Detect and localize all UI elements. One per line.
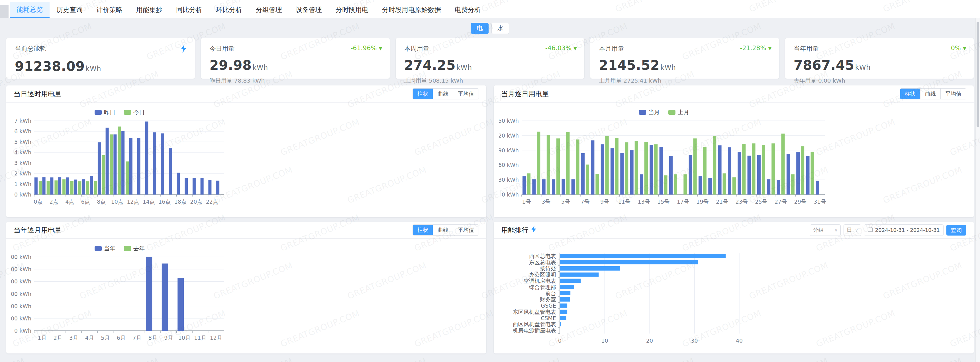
svg-text:0 kWh: 0 kWh: [14, 191, 31, 198]
calendar-icon: [868, 227, 873, 233]
stat-card-unit: kWh: [252, 64, 268, 71]
monthly-bar-chart: 0 kWh500 kWh1000 kWh1500 kWh2000 kWh2500…: [11, 254, 228, 344]
chart-legend: 当年去年: [11, 243, 228, 254]
period-select[interactable]: 日 ∨: [843, 224, 861, 236]
tab-同比分析[interactable]: 同比分析: [169, 2, 209, 17]
tab-分时段用电[interactable]: 分时段用电: [329, 2, 375, 17]
energy-dashboard-page: 能耗总览历史查询计价策略用能集抄同比分析环比分析分组管理设备管理分时段用电分时段…: [0, 0, 980, 362]
tab-分时段用电原始数据[interactable]: 分时段用电原始数据: [375, 2, 448, 17]
view-button-曲线[interactable]: 曲线: [433, 225, 453, 235]
svg-text:10: 10: [601, 338, 608, 344]
svg-text:18点: 18点: [174, 198, 186, 205]
tab-电费分析[interactable]: 电费分析: [448, 2, 488, 17]
date-range-value: 2024-10-31 - 2024-10-31: [875, 227, 940, 233]
view-button-平均值[interactable]: 平均值: [453, 225, 479, 235]
tab-分组管理[interactable]: 分组管理: [249, 2, 289, 17]
stat-cards-row: 当前总能耗91238.09kWh今日用量-61.96% ▼29.98kWh昨日用…: [6, 38, 974, 79]
tab-历史查询[interactable]: 历史查询: [49, 2, 89, 17]
svg-text:2月: 2月: [54, 335, 62, 341]
search-button[interactable]: 查询: [947, 225, 966, 235]
svg-text:东区总电表: 东区总电表: [529, 259, 556, 265]
ranking-controls: 分组 ∨ 日 ∨ 2024-10-31 - 2024-10-31 查询: [810, 224, 966, 236]
chart-body: 昨日今日 0 kWh1 kWh2 kWh3 kWh4 kWh5 kWh6 kWh…: [6, 103, 486, 209]
charts-row-1: 当日逐时用电量 柱状曲线平均值 昨日今日 0 kWh1 kWh2 kWh3 kW…: [6, 86, 974, 217]
legend-label: 昨日: [104, 108, 115, 116]
view-button-曲线[interactable]: 曲线: [920, 89, 940, 99]
svg-text:1500 kWh: 1500 kWh: [11, 291, 31, 297]
svg-text:40: 40: [736, 338, 743, 344]
svg-text:22点: 22点: [206, 198, 218, 205]
svg-text:6 kWh: 6 kWh: [14, 128, 31, 135]
svg-text:8月: 8月: [148, 335, 157, 341]
svg-text:30 kWh: 30 kWh: [499, 176, 519, 183]
legend-label: 当年: [104, 245, 115, 252]
legend-label: 当月: [648, 108, 660, 116]
group-select-value: 分组: [813, 226, 824, 234]
chart-body: 当月上月 0 kWh30 kWh60 kWh90 kWh120 kWh150 k…: [494, 103, 974, 209]
legend-item-当月[interactable]: 当月: [639, 108, 660, 116]
svg-text:西区风机盘管电表: 西区风机盘管电表: [513, 321, 556, 327]
svg-text:空调机房电表: 空调机房电表: [523, 278, 556, 284]
legend-swatch: [124, 110, 131, 115]
svg-text:西区总电表: 西区总电表: [529, 253, 556, 259]
svg-text:150 kWh: 150 kWh: [499, 118, 519, 124]
charts-row-2: 当年逐月用电量 柱状曲线平均值 当年去年 0 kWh500 kWh1000 kW…: [6, 222, 974, 354]
stat-card-unit: kWh: [457, 64, 472, 71]
legend-item-上月[interactable]: 上月: [668, 108, 689, 116]
svg-text:12点: 12点: [127, 198, 139, 205]
legend-item-今日[interactable]: 今日: [124, 108, 145, 116]
legend-item-当年[interactable]: 当年: [95, 245, 115, 252]
date-range-picker[interactable]: 2024-10-31 - 2024-10-31: [864, 224, 943, 236]
svg-text:6月: 6月: [117, 335, 126, 341]
chart-header: 用能排行 分组 ∨ 日 ∨: [494, 222, 974, 239]
legend-item-昨日[interactable]: 昨日: [95, 108, 115, 116]
svg-text:前台: 前台: [545, 290, 556, 297]
view-button-平均值[interactable]: 平均值: [453, 89, 479, 99]
svg-text:9号: 9号: [600, 198, 609, 205]
view-button-曲线[interactable]: 曲线: [433, 89, 453, 99]
svg-text:90 kWh: 90 kWh: [499, 147, 519, 154]
chart-header: 当日逐时用电量 柱状曲线平均值: [6, 86, 486, 103]
legend-swatch: [95, 110, 102, 115]
view-button-柱状[interactable]: 柱状: [413, 225, 433, 235]
stat-card-title: 本月用量: [599, 44, 624, 53]
tab-计价策略[interactable]: 计价策略: [89, 2, 129, 17]
group-select[interactable]: 分组 ∨: [810, 224, 841, 236]
svg-text:CSME: CSME: [541, 315, 556, 321]
ranking-bar-chart: 西区总电表东区总电表接待处办公区照明空调机房电表综合管理部前台财务室GSGE东区…: [499, 250, 744, 346]
svg-text:16点: 16点: [158, 198, 171, 205]
stat-card-subtext: 去年用量 0.00 kWh: [794, 77, 966, 84]
legend-swatch: [639, 110, 646, 115]
tab-环比分析[interactable]: 环比分析: [209, 2, 249, 17]
svg-text:1号: 1号: [522, 198, 531, 205]
view-button-平均值[interactable]: 平均值: [940, 89, 966, 99]
scrollbar-thumb[interactable]: [977, 22, 979, 127]
stat-card: 本月用量-21.28% ▼2145.52kWh上月用量 2725.41 kWh: [590, 38, 779, 79]
toggle-电[interactable]: 电: [471, 23, 488, 34]
svg-text:3号: 3号: [542, 198, 550, 205]
stat-card-value: 2145.52kWh: [599, 57, 772, 73]
chart-title: 当年逐月用电量: [14, 225, 62, 235]
svg-text:8点: 8点: [97, 198, 106, 205]
tab-能耗总览[interactable]: 能耗总览: [10, 2, 49, 17]
view-button-柱状[interactable]: 柱状: [900, 89, 920, 99]
svg-text:4点: 4点: [65, 198, 74, 205]
toggle-水[interactable]: 水: [492, 23, 509, 34]
delta-badge: -21.28% ▼: [740, 44, 772, 52]
view-button-柱状[interactable]: 柱状: [413, 89, 433, 99]
stat-card-unit: kWh: [660, 64, 676, 71]
svg-text:500 kWh: 500 kWh: [11, 315, 31, 322]
svg-text:2点: 2点: [49, 198, 59, 205]
svg-text:120 kWh: 120 kWh: [499, 132, 519, 139]
svg-text:3月: 3月: [69, 335, 78, 341]
svg-text:4月: 4月: [85, 335, 94, 341]
legend-item-去年[interactable]: 去年: [124, 245, 145, 252]
tab-设备管理[interactable]: 设备管理: [289, 2, 329, 17]
chart-title: 当月逐日用电量: [501, 89, 549, 98]
daily-bar-chart: 0 kWh30 kWh60 kWh90 kWh120 kWh150 kWh1号3…: [499, 118, 829, 208]
svg-text:11号: 11号: [618, 198, 630, 205]
svg-text:10点: 10点: [111, 198, 123, 205]
tab-用能集抄[interactable]: 用能集抄: [129, 2, 169, 17]
lightning-icon: [180, 44, 188, 54]
stat-card: 当年用量0% ▼7867.45kWh去年用量 0.00 kWh: [785, 38, 974, 79]
